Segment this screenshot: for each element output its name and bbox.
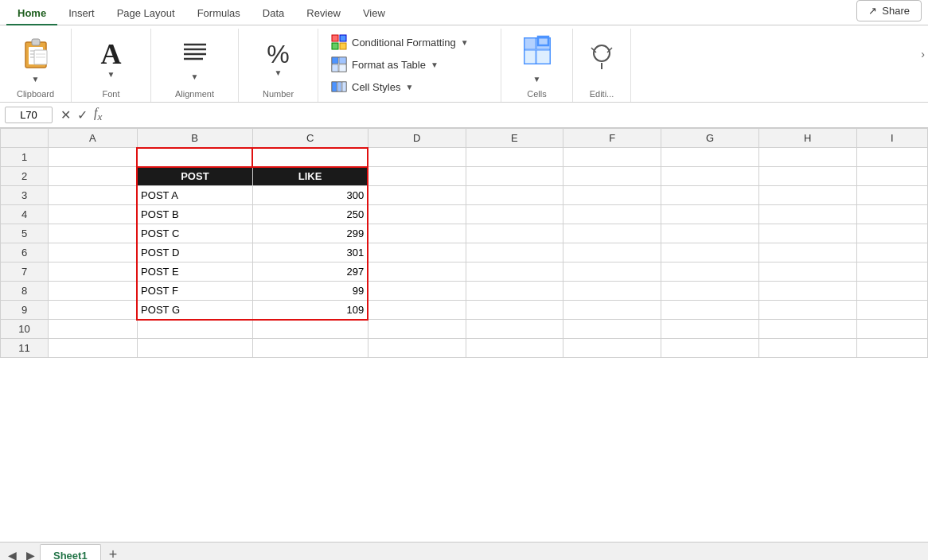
cell-b1[interactable]	[137, 148, 252, 167]
cell-b9[interactable]: POST G	[137, 301, 252, 320]
row-header-3[interactable]: 3	[1, 186, 49, 205]
cell-d10[interactable]	[368, 320, 466, 339]
cell-i1[interactable]	[856, 148, 927, 167]
cell-d1[interactable]	[368, 148, 466, 167]
row-header-1[interactable]: 1	[1, 148, 49, 167]
tab-page-layout[interactable]: Page Layout	[106, 1, 186, 25]
cell-e2[interactable]	[466, 167, 563, 186]
cell-a11[interactable]	[49, 339, 138, 358]
cell-f2[interactable]	[563, 167, 661, 186]
cell-b7[interactable]: POST E	[137, 262, 252, 282]
cell-e9[interactable]	[466, 301, 563, 320]
cell-b2[interactable]: POST	[137, 167, 252, 186]
cell-h11[interactable]	[758, 339, 856, 358]
cells-button[interactable]: ▼	[515, 32, 560, 87]
cell-b11[interactable]	[137, 339, 252, 358]
cell-f1[interactable]	[563, 148, 661, 167]
cell-a9[interactable]	[49, 301, 138, 320]
cell-g1[interactable]	[661, 148, 759, 167]
row-header-9[interactable]: 9	[1, 301, 49, 320]
cell-h10[interactable]	[758, 320, 856, 339]
row-header-6[interactable]: 6	[1, 243, 49, 262]
cell-a8[interactable]	[49, 282, 138, 301]
ribbon-expand-button[interactable]: ›	[918, 25, 928, 83]
cell-g8[interactable]	[661, 282, 759, 301]
cell-b10[interactable]	[137, 320, 252, 339]
col-header-g[interactable]: G	[661, 129, 759, 148]
cell-d6[interactable]	[368, 243, 466, 262]
cell-b5[interactable]: POST C	[137, 224, 252, 243]
cell-c5[interactable]: 299	[252, 224, 368, 243]
cell-h9[interactable]	[758, 301, 856, 320]
col-header-h[interactable]: H	[758, 129, 856, 148]
cell-a2[interactable]	[49, 167, 138, 186]
row-header-2[interactable]: 2	[1, 167, 49, 186]
row-header-11[interactable]: 11	[1, 339, 49, 358]
cell-c6[interactable]: 301	[252, 243, 368, 262]
cell-a4[interactable]	[49, 205, 138, 224]
cell-c1[interactable]	[252, 148, 368, 167]
cell-h3[interactable]	[758, 186, 856, 205]
cell-e6[interactable]	[466, 243, 563, 262]
cell-f8[interactable]	[563, 282, 661, 301]
cell-g4[interactable]	[661, 205, 759, 224]
cell-i2[interactable]	[856, 167, 927, 186]
cell-styles-button[interactable]: Cell Styles ▼	[325, 76, 494, 97]
cell-b8[interactable]: POST F	[137, 282, 252, 301]
sheet-add-button[interactable]: +	[103, 545, 124, 560]
cell-b3[interactable]: POST A	[137, 186, 252, 205]
cell-h7[interactable]	[758, 262, 856, 282]
tab-data[interactable]: Data	[251, 1, 295, 25]
cell-g6[interactable]	[661, 243, 759, 262]
sheet-nav-prev[interactable]: ◀	[3, 546, 21, 561]
cell-b6[interactable]: POST D	[137, 243, 252, 262]
row-header-8[interactable]: 8	[1, 282, 49, 301]
spreadsheet-container[interactable]: A B C D E F G H I 1	[0, 128, 928, 542]
col-header-f[interactable]: F	[563, 129, 661, 148]
cell-i7[interactable]	[856, 262, 927, 282]
col-header-b[interactable]: B	[137, 129, 252, 148]
cell-f5[interactable]	[563, 224, 661, 243]
font-button[interactable]: A ▼	[95, 37, 128, 82]
cell-f4[interactable]	[563, 205, 661, 224]
function-icon[interactable]: fx	[94, 106, 102, 123]
cell-d9[interactable]	[368, 301, 466, 320]
cell-c10[interactable]	[252, 320, 368, 339]
cell-e5[interactable]	[466, 224, 563, 243]
cell-f10[interactable]	[563, 320, 661, 339]
tab-formulas[interactable]: Formulas	[186, 1, 251, 25]
cell-reference-input[interactable]	[5, 107, 53, 123]
row-header-4[interactable]: 4	[1, 205, 49, 224]
cell-a5[interactable]	[49, 224, 138, 243]
tab-view[interactable]: View	[352, 1, 396, 25]
col-header-i[interactable]: I	[856, 129, 927, 148]
row-header-10[interactable]: 10	[1, 320, 49, 339]
col-header-c[interactable]: C	[252, 129, 368, 148]
cell-c4[interactable]: 250	[252, 205, 368, 224]
cell-g10[interactable]	[661, 320, 759, 339]
cell-c11[interactable]	[252, 339, 368, 358]
cell-d11[interactable]	[368, 339, 466, 358]
cell-a7[interactable]	[49, 262, 138, 282]
sheet-nav-next[interactable]: ▶	[21, 546, 40, 561]
share-button[interactable]: ↗ Share	[856, 0, 922, 21]
cell-e10[interactable]	[466, 320, 563, 339]
cell-h4[interactable]	[758, 205, 856, 224]
cell-i9[interactable]	[856, 301, 927, 320]
cell-a6[interactable]	[49, 243, 138, 262]
cell-e3[interactable]	[466, 186, 563, 205]
clipboard-button[interactable]: ▼	[14, 33, 57, 87]
cell-e8[interactable]	[466, 282, 563, 301]
alignment-button[interactable]: ▼	[174, 35, 216, 84]
cell-g9[interactable]	[661, 301, 759, 320]
tab-home[interactable]: Home	[6, 1, 57, 25]
cell-i8[interactable]	[856, 282, 927, 301]
cell-g5[interactable]	[661, 224, 759, 243]
cell-i6[interactable]	[856, 243, 927, 262]
cell-i10[interactable]	[856, 320, 927, 339]
cell-e1[interactable]	[466, 148, 563, 167]
cell-e11[interactable]	[466, 339, 563, 358]
cell-e4[interactable]	[466, 205, 563, 224]
cell-h8[interactable]	[758, 282, 856, 301]
cell-a10[interactable]	[49, 320, 138, 339]
